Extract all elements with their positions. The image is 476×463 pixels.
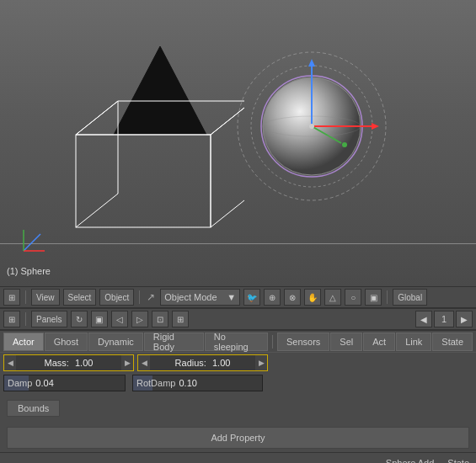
properties-panel: Actor Ghost Dynamic Rigid Body No sleepi… — [0, 330, 476, 463]
mode-dropdown[interactable]: Object Mode ▼ — [160, 289, 240, 306]
mass-value-text: 1.00 — [75, 358, 93, 368]
page-num: 1 — [434, 311, 454, 327]
svg-point-17 — [309, 124, 314, 129]
mass-label-text: Mass: — [45, 358, 69, 368]
damp-field[interactable]: Damp 0.04 — [3, 375, 126, 391]
rotdamp-value: 0.10 — [179, 378, 196, 388]
sphere-object — [232, 38, 392, 225]
svg-marker-12 — [308, 59, 315, 67]
tab-no-sleeping[interactable]: No sleeping — [205, 333, 268, 351]
radius-value-text: 1.00 — [212, 358, 230, 368]
svg-line-19 — [24, 234, 40, 251]
icon5[interactable]: ⊞ — [172, 311, 189, 327]
panels-menu[interactable]: Panels — [31, 311, 67, 327]
radius-arrow-left[interactable]: ◀ — [138, 355, 150, 370]
svg-point-16 — [342, 142, 347, 147]
rotdamp-field[interactable]: RotDamp 0.10 — [132, 375, 263, 391]
tab-link[interactable]: Link — [396, 333, 431, 351]
prev-page[interactable]: ◀ — [415, 311, 432, 327]
tab-dynamic[interactable]: Dynamic — [88, 333, 143, 351]
sep4 — [25, 312, 26, 326]
refresh-icon[interactable]: ↻ — [71, 311, 88, 327]
icon2[interactable]: ◁ — [111, 311, 128, 327]
global-btn[interactable]: Global — [393, 289, 427, 306]
cursor-icon: ↗ — [147, 291, 155, 303]
mass-radius-row: ◀ Mass: 1.00 ▶ ◀ Radius: 1.00 ▶ — [0, 353, 476, 373]
cube-object — [51, 93, 244, 246]
mass-arrow-left[interactable]: ◀ — [4, 355, 16, 370]
mass-field[interactable]: ◀ Mass: 1.00 ▶ — [3, 354, 134, 371]
svg-marker-14 — [372, 123, 379, 130]
mass-arrow-right[interactable]: ▶ — [121, 355, 133, 370]
sphere-add-text: Sphere Add — [386, 458, 435, 464]
tab-act[interactable]: Act — [363, 333, 395, 351]
status-right-area: Sphere Add State — [386, 458, 469, 464]
icon4[interactable]: ⊡ — [152, 311, 168, 327]
snap-icon[interactable]: ⊕ — [264, 289, 281, 306]
sep1 — [25, 290, 26, 304]
mass-label: Mass: 1.00 — [16, 358, 121, 368]
settings-icon[interactable]: ▣ — [365, 289, 382, 306]
radius-label-text: Radius: — [175, 358, 206, 368]
object-label: (1) Sphere — [7, 266, 51, 276]
svg-rect-1 — [76, 135, 211, 227]
svg-line-6 — [76, 101, 118, 135]
icon3[interactable]: ▷ — [131, 311, 148, 327]
mode-label: Object Mode — [164, 292, 217, 302]
select-menu[interactable]: Select — [63, 289, 97, 306]
tab-ghost[interactable]: Ghost — [45, 333, 88, 351]
render-icon[interactable]: 🐦 — [243, 289, 260, 306]
svg-line-4 — [76, 194, 118, 227]
tab-actor[interactable]: Actor — [3, 333, 44, 351]
rotdamp-label: RotDamp — [136, 378, 175, 388]
radius-label: Radius: 1.00 — [150, 358, 255, 368]
bounds-button[interactable]: Bounds — [7, 400, 60, 417]
magnet-icon[interactable]: ⊗ — [284, 289, 301, 306]
bounds-row: Bounds — [0, 393, 476, 423]
next-page[interactable]: ▶ — [456, 311, 473, 327]
tab-rigid-body[interactable]: Rigid Body — [144, 333, 204, 351]
damp-row: Damp 0.04 RotDamp 0.10 — [0, 373, 476, 393]
sep2 — [139, 290, 140, 304]
tab-state[interactable]: State — [432, 333, 473, 351]
tab-sel[interactable]: Sel — [330, 333, 362, 351]
object-menu[interactable]: Object — [99, 289, 134, 306]
radius-field[interactable]: ◀ Radius: 1.00 ▶ — [137, 354, 268, 371]
radius-arrow-right[interactable]: ▶ — [255, 355, 267, 370]
viewport-icon[interactable]: ⊞ — [3, 289, 20, 306]
state-text: State — [447, 458, 469, 464]
sep3 — [387, 290, 388, 304]
status-bar: Sphere Add State — [0, 452, 476, 463]
toolbar-panels: ⊞ Panels ↻ ▣ ◁ ▷ ⊡ ⊞ ◀ 1 ▶ — [0, 308, 476, 330]
scale-icon[interactable]: ○ — [345, 289, 361, 306]
add-property-button[interactable]: Add Property — [7, 427, 469, 449]
view-menu[interactable]: View — [31, 289, 60, 306]
svg-marker-2 — [76, 101, 244, 135]
damp-value: 0.04 — [35, 378, 53, 388]
toolbar-view: ⊞ View Select Object ↗ Object Mode ▼ 🐦 ⊕… — [0, 286, 476, 308]
tab-sensors[interactable]: Sensors — [277, 333, 329, 351]
dropdown-arrow: ▼ — [227, 292, 236, 302]
axes-indicator — [15, 226, 49, 261]
icon1[interactable]: ▣ — [91, 311, 108, 327]
panel-icon[interactable]: ⊞ — [3, 311, 20, 327]
damp-label: Damp — [8, 378, 32, 388]
tab-row: Actor Ghost Dynamic Rigid Body No sleepi… — [0, 331, 476, 353]
rotate-icon[interactable]: △ — [324, 289, 341, 306]
tab-sep — [272, 335, 273, 349]
3d-viewport[interactable]: (1) Sphere — [0, 0, 476, 286]
transform-icon[interactable]: ✋ — [304, 289, 321, 306]
